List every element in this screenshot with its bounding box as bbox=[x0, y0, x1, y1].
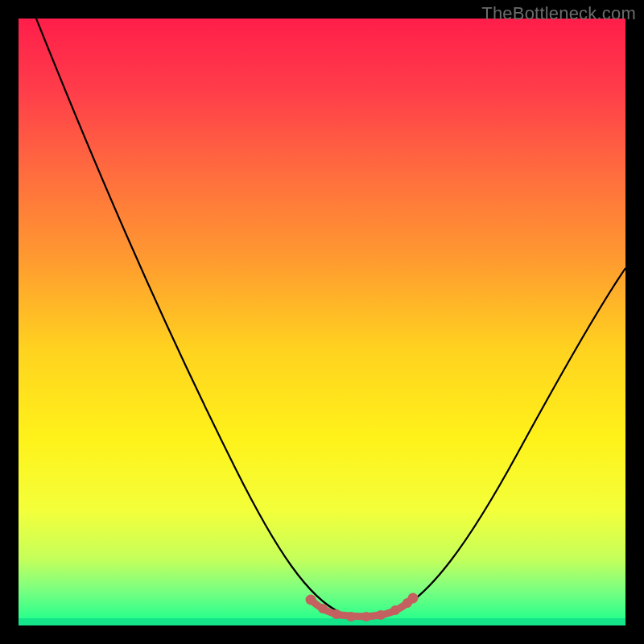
bottleneck-chart bbox=[19, 19, 625, 625]
watermark-text: TheBottleneck.com bbox=[481, 3, 636, 24]
optimal-dot bbox=[361, 612, 371, 621]
optimal-dot bbox=[390, 605, 400, 615]
optimal-dot bbox=[332, 609, 341, 619]
optimal-dot bbox=[318, 604, 328, 613]
chart-stage: TheBottleneck.com bbox=[0, 0, 644, 644]
optimal-dot bbox=[376, 610, 386, 620]
optimal-dot bbox=[346, 612, 356, 621]
optimal-dot bbox=[306, 595, 316, 605]
gradient-background bbox=[19, 19, 625, 618]
bottom-band bbox=[19, 618, 625, 625]
optimal-dot bbox=[408, 593, 419, 604]
